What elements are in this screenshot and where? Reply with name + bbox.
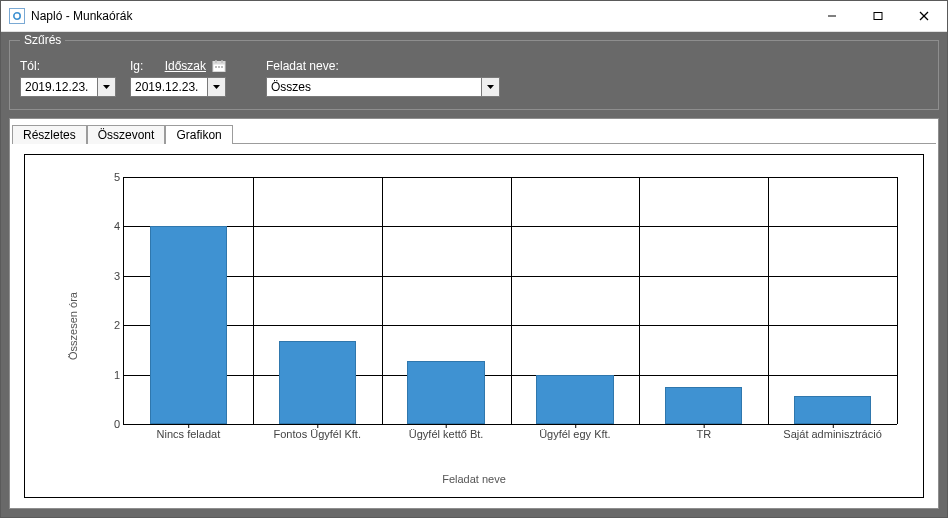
task-combo[interactable] [266, 77, 500, 97]
svg-rect-7 [213, 62, 225, 65]
svg-rect-10 [215, 66, 217, 68]
svg-rect-12 [221, 66, 223, 68]
chart-ylabel: Összesen óra [67, 292, 79, 360]
chart-gridline-v [639, 177, 640, 424]
content-panel: Részletes Összevont Grafikon Összesen ór… [9, 118, 939, 509]
chart-bar [665, 387, 742, 424]
chart-bar [150, 226, 227, 424]
chart-ytick: 0 [96, 418, 124, 430]
filter-group-title: Szűrés [20, 33, 65, 47]
chart-gridline-v [382, 177, 383, 424]
from-date-dropdown-button[interactable] [97, 78, 115, 96]
minimize-button[interactable] [809, 1, 855, 31]
svg-marker-5 [103, 85, 110, 89]
task-combo-input[interactable] [267, 78, 481, 96]
chart-bar [279, 341, 356, 424]
chart-gridline-v [253, 177, 254, 424]
tab-summary[interactable]: Összevont [87, 125, 166, 144]
chart-xtick: Saját adminisztráció [783, 424, 881, 440]
chart-xtick: TR [696, 424, 711, 440]
chart-bar [794, 396, 871, 424]
chart-xtick: Ügyfél kettő Bt. [409, 424, 484, 440]
task-label: Feladat neve: [266, 59, 339, 73]
chart-ytick: 2 [96, 319, 124, 331]
svg-marker-14 [487, 85, 494, 89]
chart-plot: 012345Nincs feladatFontos Ügyfél Kft.Ügy… [95, 177, 897, 443]
chart-xtick: Nincs feladat [157, 424, 221, 440]
to-date-dropdown-button[interactable] [207, 78, 225, 96]
to-date-input[interactable] [131, 78, 207, 96]
chart-bar [407, 361, 484, 424]
period-link[interactable]: Időszak [165, 59, 206, 73]
chart-xtick: Ügyfél egy Kft. [539, 424, 611, 440]
calendar-icon[interactable] [212, 59, 226, 73]
app-icon [9, 8, 25, 24]
tab-detailed[interactable]: Részletes [12, 125, 87, 144]
chart-xlabel: Feladat neve [41, 473, 907, 485]
svg-rect-11 [218, 66, 220, 68]
chart-frame: Összesen óra 012345Nincs feladatFontos Ü… [24, 154, 924, 498]
to-date-picker[interactable] [130, 77, 226, 97]
chart-bar [536, 375, 613, 424]
to-label: Ig: [130, 59, 143, 73]
chart-gridline-v [897, 177, 898, 424]
chart-ytick: 3 [96, 270, 124, 282]
client-area: Szűrés Tól: Ig: Időszak [1, 32, 947, 517]
titlebar: Napló - Munkaórák [1, 1, 947, 32]
chart-gridline-h [124, 424, 897, 425]
chart-ytick: 4 [96, 220, 124, 232]
window-title: Napló - Munkaórák [31, 9, 809, 23]
window-buttons [809, 1, 947, 31]
chart-ytick: 5 [96, 171, 124, 183]
to-date-col: Ig: Időszak [130, 59, 226, 97]
from-date-input[interactable] [21, 78, 97, 96]
tab-chart[interactable]: Grafikon [165, 125, 232, 144]
filter-row: Tól: Ig: Időszak [20, 59, 928, 97]
chart-container: Összesen óra 012345Nincs feladatFontos Ü… [10, 144, 938, 508]
chart-ytick: 1 [96, 369, 124, 381]
svg-marker-13 [213, 85, 220, 89]
app-window: Napló - Munkaórák Szűrés Tól: [0, 0, 948, 518]
close-button[interactable] [901, 1, 947, 31]
task-combo-dropdown-button[interactable] [481, 78, 499, 96]
from-date-col: Tól: [20, 59, 116, 97]
maximize-button[interactable] [855, 1, 901, 31]
filter-group: Szűrés Tól: Ig: Időszak [9, 40, 939, 110]
tabstrip: Részletes Összevont Grafikon [10, 119, 938, 143]
svg-rect-2 [874, 13, 882, 20]
task-col: Feladat neve: [266, 59, 500, 97]
chart-gridline-v [768, 177, 769, 424]
chart-xtick: Fontos Ügyfél Kft. [274, 424, 361, 440]
chart-plot-area: 012345Nincs feladatFontos Ügyfél Kft.Ügy… [123, 177, 897, 425]
from-label: Tól: [20, 59, 40, 73]
chart-gridline-v [511, 177, 512, 424]
from-date-picker[interactable] [20, 77, 116, 97]
svg-point-0 [14, 13, 20, 19]
